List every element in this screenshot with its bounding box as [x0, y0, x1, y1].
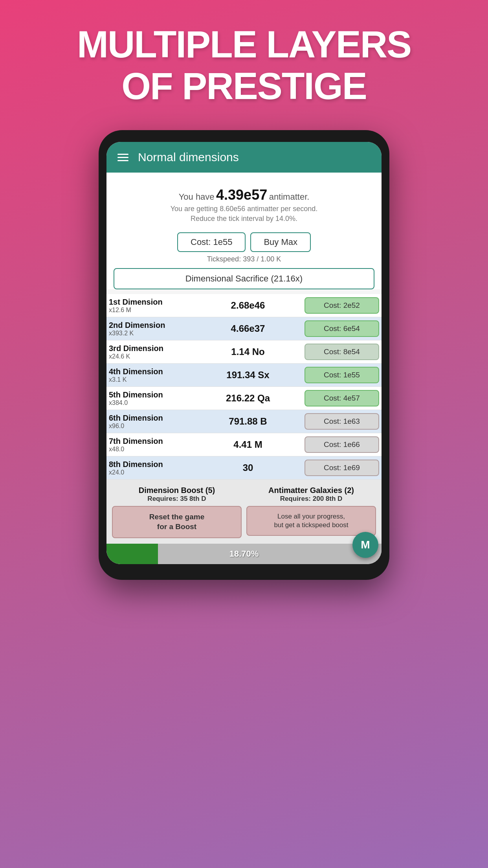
- table-row: 3rd Dimensionx24.6 K1.14 NoCost: 8e54: [106, 340, 382, 364]
- buy-tickspeed-button[interactable]: Cost: 1e55: [177, 232, 246, 252]
- hamburger-menu[interactable]: [117, 154, 128, 161]
- app-screen: Normal dimensions You have 4.39e57 antim…: [106, 142, 382, 564]
- buy-max-button[interactable]: Buy Max: [250, 232, 311, 252]
- tickspeed-buttons: Cost: 1e55 Buy Max: [114, 232, 374, 252]
- dim-buy-button[interactable]: Cost: 1e63: [305, 413, 379, 430]
- dim-amount: 1.14 No: [195, 346, 301, 357]
- dim-multiplier: x393.2 K: [109, 330, 195, 337]
- dim-multiplier: x24.6 K: [109, 353, 195, 360]
- dim-amount: 216.22 Qa: [195, 393, 301, 404]
- sacrifice-button[interactable]: Dimensional Sacrifice (21.16x): [114, 268, 374, 289]
- progress-bar-container: 18.70%: [106, 544, 382, 564]
- prestige-section: Dimension Boost (5) Requires: 35 8th D R…: [106, 480, 382, 543]
- dim-multiplier: x384.0: [109, 399, 195, 406]
- antimatter-tick-info: Reduce the tick interval by 14.0%.: [114, 215, 374, 223]
- table-row: 5th Dimensionx384.0216.22 QaCost: 4e57: [106, 387, 382, 410]
- boost-title: Dimension Boost (5): [112, 486, 242, 495]
- app-bar: Normal dimensions: [106, 142, 382, 173]
- table-row: 8th Dimensionx24.030Cost: 1e69: [106, 456, 382, 480]
- dim-name: 4th Dimension: [109, 367, 195, 376]
- dim-name: 2nd Dimension: [109, 321, 195, 330]
- dim-buy-button[interactable]: Cost: 1e66: [305, 436, 379, 453]
- galaxies-title: Antimatter Galaxies (2): [246, 486, 376, 495]
- boost-reset-button[interactable]: Reset the game for a Boost: [112, 506, 242, 538]
- galaxies-col: Antimatter Galaxies (2) Requires: 200 8t…: [246, 486, 376, 538]
- table-row: 7th Dimensionx48.04.41 MCost: 1e66: [106, 433, 382, 456]
- dim-name: 1st Dimension: [109, 298, 195, 307]
- main-content: You have 4.39e57 antimatter. You are get…: [106, 173, 382, 289]
- dim-buy-button[interactable]: Cost: 8e54: [305, 344, 379, 360]
- dim-buy-button[interactable]: Cost: 6e54: [305, 320, 379, 337]
- prestige-row: Dimension Boost (5) Requires: 35 8th D R…: [112, 486, 376, 538]
- dim-name: 6th Dimension: [109, 414, 195, 423]
- dim-multiplier: x96.0: [109, 423, 195, 430]
- dim-multiplier: x48.0: [109, 446, 195, 453]
- tickspeed-info: Tickspeed: 393 / 1.00 K: [114, 255, 374, 263]
- dim-name: 8th Dimension: [109, 460, 195, 469]
- dimensions-container: 1st Dimensionx12.6 M2.68e46Cost: 2e522nd…: [106, 294, 382, 480]
- antimatter-per-second: You are getting 8.60e56 antimatter per s…: [114, 205, 374, 213]
- antimatter-line1: You have 4.39e57 antimatter.: [114, 187, 374, 203]
- dim-amount: 30: [195, 462, 301, 473]
- app-title: Normal dimensions: [138, 151, 239, 164]
- dim-buy-button[interactable]: Cost: 1e69: [305, 460, 379, 476]
- antimatter-section: You have 4.39e57 antimatter. You are get…: [114, 180, 374, 227]
- dim-amount: 791.88 B: [195, 416, 301, 427]
- boost-req: Requires: 35 8th D: [112, 495, 242, 503]
- progress-label: 18.70%: [106, 549, 382, 559]
- table-row: 6th Dimensionx96.0791.88 BCost: 1e63: [106, 410, 382, 433]
- dim-name: 3rd Dimension: [109, 344, 195, 353]
- dim-buy-button[interactable]: Cost: 2e52: [305, 297, 379, 314]
- dim-amount: 4.66e37: [195, 323, 301, 334]
- fab-button[interactable]: M: [352, 532, 378, 558]
- galaxies-req: Requires: 200 8th D: [246, 495, 376, 503]
- dim-buy-button[interactable]: Cost: 1e55: [305, 367, 379, 383]
- dim-amount: 4.41 M: [195, 439, 301, 450]
- dim-multiplier: x12.6 M: [109, 307, 195, 314]
- dim-multiplier: x24.0: [109, 469, 195, 476]
- galaxies-button[interactable]: Lose all your progress, but get a ticksp…: [246, 506, 376, 536]
- dim-name: 5th Dimension: [109, 390, 195, 399]
- page-headline: MULTIPLE LAYERS OF PRESTIGE: [77, 24, 411, 107]
- dim-multiplier: x3.1 K: [109, 376, 195, 383]
- dim-name: 7th Dimension: [109, 437, 195, 446]
- table-row: 2nd Dimensionx393.2 K4.66e37Cost: 6e54: [106, 317, 382, 340]
- dim-buy-button[interactable]: Cost: 4e57: [305, 390, 379, 406]
- table-row: 1st Dimensionx12.6 M2.68e46Cost: 2e52: [106, 294, 382, 317]
- dim-amount: 191.34 Sx: [195, 370, 301, 381]
- dim-amount: 2.68e46: [195, 300, 301, 311]
- boost-col: Dimension Boost (5) Requires: 35 8th D R…: [112, 486, 242, 538]
- table-row: 4th Dimensionx3.1 K191.34 SxCost: 1e55: [106, 364, 382, 387]
- phone-mockup: Normal dimensions You have 4.39e57 antim…: [99, 130, 389, 579]
